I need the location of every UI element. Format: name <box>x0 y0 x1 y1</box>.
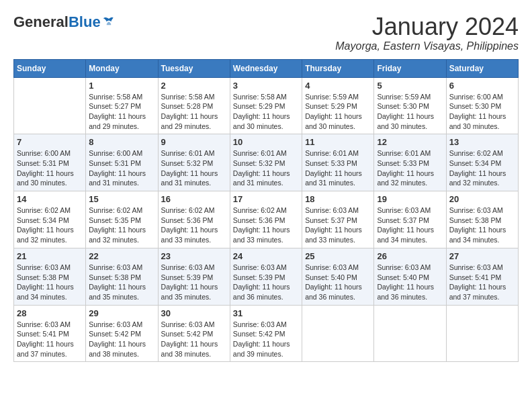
calendar-cell: 20Sunrise: 6:03 AMSunset: 5:38 PMDayligh… <box>446 191 518 248</box>
calendar-cell: 1Sunrise: 5:58 AMSunset: 5:27 PMDaylight… <box>86 77 158 134</box>
day-info: Sunrise: 6:00 AMSunset: 5:30 PMDaylight:… <box>449 92 515 132</box>
location-title: Mayorga, Eastern Visayas, Philippines <box>335 40 519 52</box>
day-info: Sunrise: 5:58 AMSunset: 5:29 PMDaylight:… <box>233 92 299 132</box>
header-day-wednesday: Wednesday <box>230 59 302 77</box>
day-number: 20 <box>449 194 515 204</box>
calendar-cell: 26Sunrise: 6:03 AMSunset: 5:40 PMDayligh… <box>374 248 446 305</box>
day-info: Sunrise: 6:03 AMSunset: 5:39 PMDaylight:… <box>161 263 227 302</box>
calendar-cell: 14Sunrise: 6:02 AMSunset: 5:34 PMDayligh… <box>14 191 86 248</box>
day-number: 9 <box>161 137 227 147</box>
calendar-cell: 17Sunrise: 6:02 AMSunset: 5:36 PMDayligh… <box>230 191 302 248</box>
calendar-cell <box>14 77 86 134</box>
day-info: Sunrise: 6:03 AMSunset: 5:40 PMDaylight:… <box>377 263 443 302</box>
calendar-cell: 9Sunrise: 6:01 AMSunset: 5:32 PMDaylight… <box>158 134 230 191</box>
calendar-cell: 10Sunrise: 6:01 AMSunset: 5:32 PMDayligh… <box>230 134 302 191</box>
week-row-1: 1Sunrise: 5:58 AMSunset: 5:27 PMDaylight… <box>14 77 519 134</box>
day-number: 18 <box>305 194 371 204</box>
calendar-cell: 11Sunrise: 6:01 AMSunset: 5:33 PMDayligh… <box>302 134 374 191</box>
week-row-5: 28Sunrise: 6:03 AMSunset: 5:41 PMDayligh… <box>14 305 519 362</box>
calendar-cell: 21Sunrise: 6:03 AMSunset: 5:38 PMDayligh… <box>14 248 86 305</box>
calendar-cell: 27Sunrise: 6:03 AMSunset: 5:41 PMDayligh… <box>446 248 518 305</box>
day-number: 15 <box>89 194 154 204</box>
day-number: 14 <box>17 194 83 204</box>
day-info: Sunrise: 5:59 AMSunset: 5:30 PMDaylight:… <box>377 92 443 132</box>
day-info: Sunrise: 6:01 AMSunset: 5:32 PMDaylight:… <box>161 148 227 188</box>
day-number: 31 <box>233 308 299 318</box>
calendar-cell: 31Sunrise: 6:03 AMSunset: 5:42 PMDayligh… <box>230 305 302 362</box>
calendar-cell: 29Sunrise: 6:03 AMSunset: 5:42 PMDayligh… <box>86 305 158 362</box>
header-day-thursday: Thursday <box>302 59 374 77</box>
day-info: Sunrise: 6:02 AMSunset: 5:36 PMDaylight:… <box>161 205 227 245</box>
day-number: 22 <box>89 251 154 261</box>
day-number: 17 <box>233 194 299 204</box>
day-number: 11 <box>305 137 371 147</box>
day-info: Sunrise: 6:01 AMSunset: 5:33 PMDaylight:… <box>305 148 371 188</box>
day-number: 29 <box>89 308 154 318</box>
day-info: Sunrise: 6:00 AMSunset: 5:31 PMDaylight:… <box>89 148 154 188</box>
logo: General Blue <box>13 13 116 31</box>
day-number: 25 <box>305 251 371 261</box>
header-day-monday: Monday <box>86 59 158 77</box>
week-row-3: 14Sunrise: 6:02 AMSunset: 5:34 PMDayligh… <box>14 191 519 248</box>
calendar-cell: 23Sunrise: 6:03 AMSunset: 5:39 PMDayligh… <box>158 248 230 305</box>
day-number: 13 <box>449 137 515 147</box>
calendar-header: SundayMondayTuesdayWednesdayThursdayFrid… <box>14 59 519 77</box>
logo-general: General <box>13 13 69 31</box>
calendar-cell: 7Sunrise: 6:00 AMSunset: 5:31 PMDaylight… <box>14 134 86 191</box>
day-number: 19 <box>377 194 443 204</box>
day-info: Sunrise: 6:03 AMSunset: 5:38 PMDaylight:… <box>449 205 515 245</box>
day-info: Sunrise: 6:03 AMSunset: 5:40 PMDaylight:… <box>305 263 371 302</box>
calendar-cell: 16Sunrise: 6:02 AMSunset: 5:36 PMDayligh… <box>158 191 230 248</box>
day-number: 1 <box>89 81 154 91</box>
week-row-2: 7Sunrise: 6:00 AMSunset: 5:31 PMDaylight… <box>14 134 519 191</box>
calendar-cell: 18Sunrise: 6:03 AMSunset: 5:37 PMDayligh… <box>302 191 374 248</box>
header-row: SundayMondayTuesdayWednesdayThursdayFrid… <box>14 59 519 77</box>
day-number: 10 <box>233 137 299 147</box>
calendar-cell: 22Sunrise: 6:03 AMSunset: 5:38 PMDayligh… <box>86 248 158 305</box>
day-info: Sunrise: 6:02 AMSunset: 5:34 PMDaylight:… <box>17 205 83 245</box>
day-number: 28 <box>17 308 83 318</box>
day-info: Sunrise: 6:03 AMSunset: 5:42 PMDaylight:… <box>161 320 227 359</box>
calendar-cell: 15Sunrise: 6:02 AMSunset: 5:35 PMDayligh… <box>86 191 158 248</box>
header-day-sunday: Sunday <box>14 59 86 77</box>
calendar-cell: 13Sunrise: 6:02 AMSunset: 5:34 PMDayligh… <box>446 134 518 191</box>
day-info: Sunrise: 6:03 AMSunset: 5:37 PMDaylight:… <box>377 205 443 245</box>
calendar-cell: 6Sunrise: 6:00 AMSunset: 5:30 PMDaylight… <box>446 77 518 134</box>
day-info: Sunrise: 6:03 AMSunset: 5:38 PMDaylight:… <box>17 263 83 302</box>
week-row-4: 21Sunrise: 6:03 AMSunset: 5:38 PMDayligh… <box>14 248 519 305</box>
day-number: 6 <box>449 81 515 91</box>
day-number: 27 <box>449 251 515 261</box>
calendar-cell <box>302 305 374 362</box>
calendar-cell: 19Sunrise: 6:03 AMSunset: 5:37 PMDayligh… <box>374 191 446 248</box>
day-number: 24 <box>233 251 299 261</box>
day-info: Sunrise: 6:02 AMSunset: 5:35 PMDaylight:… <box>89 205 154 245</box>
day-number: 12 <box>377 137 443 147</box>
day-number: 16 <box>161 194 227 204</box>
calendar-body: 1Sunrise: 5:58 AMSunset: 5:27 PMDaylight… <box>14 77 519 362</box>
calendar-cell: 5Sunrise: 5:59 AMSunset: 5:30 PMDaylight… <box>374 77 446 134</box>
day-number: 2 <box>161 81 227 91</box>
day-number: 23 <box>161 251 227 261</box>
day-info: Sunrise: 6:03 AMSunset: 5:41 PMDaylight:… <box>17 320 83 359</box>
day-info: Sunrise: 6:00 AMSunset: 5:31 PMDaylight:… <box>17 148 83 188</box>
calendar-cell: 30Sunrise: 6:03 AMSunset: 5:42 PMDayligh… <box>158 305 230 362</box>
calendar-cell: 3Sunrise: 5:58 AMSunset: 5:29 PMDaylight… <box>230 77 302 134</box>
day-info: Sunrise: 6:02 AMSunset: 5:34 PMDaylight:… <box>449 148 515 188</box>
day-number: 30 <box>161 308 227 318</box>
calendar-cell: 2Sunrise: 5:58 AMSunset: 5:28 PMDaylight… <box>158 77 230 134</box>
day-info: Sunrise: 6:03 AMSunset: 5:39 PMDaylight:… <box>233 263 299 302</box>
calendar-cell: 28Sunrise: 6:03 AMSunset: 5:41 PMDayligh… <box>14 305 86 362</box>
calendar-cell <box>446 305 518 362</box>
calendar-cell <box>374 305 446 362</box>
day-info: Sunrise: 6:01 AMSunset: 5:33 PMDaylight:… <box>377 148 443 188</box>
calendar-table: SundayMondayTuesdayWednesdayThursdayFrid… <box>13 59 519 363</box>
day-number: 8 <box>89 137 154 147</box>
day-info: Sunrise: 6:03 AMSunset: 5:42 PMDaylight:… <box>89 320 154 359</box>
calendar-cell: 8Sunrise: 6:00 AMSunset: 5:31 PMDaylight… <box>86 134 158 191</box>
logo-blue: Blue <box>69 13 101 31</box>
day-info: Sunrise: 6:03 AMSunset: 5:42 PMDaylight:… <box>233 320 299 359</box>
header-day-saturday: Saturday <box>446 59 518 77</box>
day-info: Sunrise: 5:59 AMSunset: 5:29 PMDaylight:… <box>305 92 371 132</box>
page-header: General Blue January 2024 Mayorga, Easte… <box>13 13 519 52</box>
calendar-cell: 12Sunrise: 6:01 AMSunset: 5:33 PMDayligh… <box>374 134 446 191</box>
